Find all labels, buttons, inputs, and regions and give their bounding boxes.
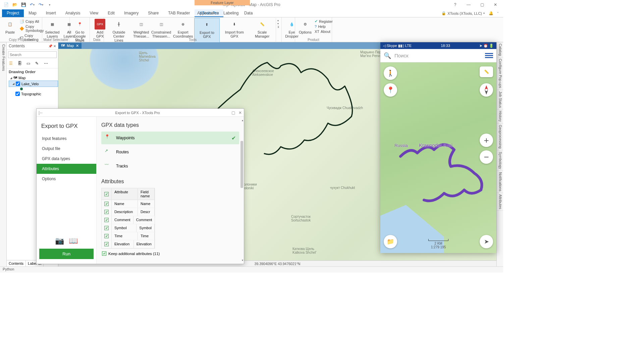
tab-project[interactable]: Project <box>2 9 24 17</box>
options-button[interactable]: ⚙Options <box>297 18 313 35</box>
vtab-attributes[interactable]: Attributes <box>497 193 503 211</box>
phone-search-input[interactable]: Поиск <box>394 53 482 58</box>
walk-mode-button[interactable]: 🚶 <box>384 66 397 80</box>
select-all-checkbox[interactable]: ✔ <box>104 192 109 196</box>
locate-button[interactable]: ➤ <box>480 235 493 248</box>
qat-customize-icon[interactable]: ▾ <box>46 1 53 8</box>
dialog-main: ▴ ▾ GPX data types 📍 Waypoints ✔ ↗ Route… <box>96 117 244 264</box>
step-attributes[interactable]: Attributes <box>37 164 96 174</box>
phone-map[interactable]: 🚶 📍 📏 + − 📁 ➤ Russia Krasnodar Krai 2 KM… <box>380 62 496 253</box>
tab-share[interactable]: Share <box>143 9 163 17</box>
help-button[interactable]: ?Help <box>314 24 333 29</box>
pin-icon[interactable]: 📌 <box>48 44 52 48</box>
maximize-icon[interactable]: ▢ <box>478 2 486 7</box>
close-icon[interactable]: ✕ <box>491 2 500 7</box>
tab-tabreader[interactable]: TAB Reader <box>163 9 195 17</box>
zoom-in-button[interactable]: + <box>480 134 493 147</box>
tab-view[interactable]: View <box>85 9 103 17</box>
close-pane-icon[interactable]: ✕ <box>53 44 56 48</box>
row-checkbox[interactable]: ✔ <box>104 202 109 206</box>
add-poi-button[interactable]: 📍 <box>384 83 397 97</box>
tab-contents[interactable]: Contents <box>7 260 26 266</box>
layer-visibility-checkbox[interactable] <box>16 82 20 86</box>
dialog-close-icon[interactable]: ✕ <box>238 110 242 115</box>
row-checkbox[interactable]: ✔ <box>104 242 109 246</box>
vtab-catalog[interactable]: Catalog <box>497 42 503 57</box>
layer-visibility-checkbox[interactable] <box>15 92 20 96</box>
ribbon-tab-strip: Project Map Insert Analysis View Edit Im… <box>0 9 503 17</box>
row-checkbox[interactable]: ✔ <box>104 210 109 214</box>
new-project-icon[interactable]: 📄 <box>3 1 9 8</box>
back-icon[interactable]: |← <box>39 110 44 115</box>
run-button[interactable]: Run <box>39 249 94 259</box>
step-input-features[interactable]: Input features <box>37 134 96 144</box>
help-doc-icon[interactable]: 📖 <box>69 237 78 245</box>
scrollbar-thumb[interactable] <box>240 141 243 188</box>
phone-search-bar[interactable]: 🔍 Поиск <box>380 49 496 62</box>
step-output-file[interactable]: Output file <box>37 144 96 154</box>
tab-insert[interactable]: Insert <box>41 9 61 17</box>
row-checkbox[interactable]: ✔ <box>104 226 109 230</box>
search-input[interactable] <box>8 51 57 58</box>
minimize-icon[interactable]: — <box>464 2 473 7</box>
keep-attributes-checkbox[interactable]: ✔ <box>102 251 106 256</box>
list-source-icon[interactable]: 🗄 <box>17 61 23 67</box>
ribbon-collapse-icon[interactable]: ⌃ <box>497 12 499 15</box>
register-icon: ✔ <box>315 19 318 23</box>
toc-map-node[interactable]: ◢🗺Map <box>7 75 58 81</box>
vtab-history[interactable]: History <box>497 109 503 123</box>
close-map-icon[interactable]: ✕ <box>76 44 79 48</box>
tab-map[interactable]: Map <box>24 9 41 17</box>
gallery-more-icon[interactable]: ⊻ <box>277 26 279 29</box>
selected-layers-button[interactable]: ▦Selected Layers <box>44 18 60 39</box>
vtab-geoprocessing[interactable]: Geoprocessing <box>497 123 503 150</box>
section-attributes: Attributes <box>101 179 239 185</box>
row-checkbox[interactable]: ✔ <box>104 234 109 238</box>
copy-all-button[interactable]: 📑Copy All <box>19 19 44 24</box>
open-project-icon[interactable]: 📂 <box>11 1 18 8</box>
toc-layer-lakevelo[interactable]: ◢Lake_Velo <box>9 81 58 87</box>
save-icon[interactable]: 💾 <box>20 1 27 8</box>
notification-bell-icon[interactable]: 🔔 <box>489 11 493 15</box>
gallery-up-icon[interactable]: ▴ <box>277 19 279 22</box>
vtab-configure-popups[interactable]: Configure Pop-ups <box>497 57 503 90</box>
dialog-max-icon[interactable]: ▢ <box>231 110 235 115</box>
zoom-out-button[interactable]: − <box>480 150 493 164</box>
list-selection-icon[interactable]: ▭ <box>26 61 32 67</box>
redo-icon[interactable]: ↷▾ <box>38 1 44 8</box>
keep-attributes-checkbox-row[interactable]: ✔ Keep additional attributes (11) <box>101 249 239 258</box>
tab-edit[interactable]: Edit <box>103 9 119 17</box>
signin-status[interactable]: 🔒 XTools (XTools, LLC) ▾ 🔔 ⌃ <box>437 9 503 17</box>
compass-button[interactable] <box>480 83 493 97</box>
row-checkbox[interactable]: ✔ <box>104 218 109 222</box>
step-options[interactable]: Options <box>37 174 96 184</box>
screenshot-icon[interactable]: 📷 <box>55 237 64 245</box>
scrollbar[interactable]: ▴ ▾ <box>240 121 243 260</box>
tab-data[interactable]: Data <box>239 9 257 17</box>
python-window-button[interactable]: Python <box>3 267 14 271</box>
copy-symbology-button[interactable]: 🔶Copy Symbology <box>19 24 44 33</box>
help-icon[interactable]: ? <box>451 2 460 7</box>
vtab-job-status[interactable]: Job Status <box>497 90 503 110</box>
create-features-tab[interactable]: Create Features <box>0 42 7 266</box>
more-icon[interactable]: ⋯ <box>44 61 50 67</box>
list-drawing-order-icon[interactable]: ☰ <box>9 61 15 67</box>
list-edit-icon[interactable]: ✎ <box>35 61 41 67</box>
about-button[interactable]: XTAbout <box>314 29 333 34</box>
gpx-type-waypoints[interactable]: 📍 Waypoints ✔ <box>101 132 239 144</box>
gallery-down-icon[interactable]: ▾ <box>277 22 279 25</box>
gpx-type-tracks[interactable]: 〰 Tracks <box>101 160 239 172</box>
ruler-button[interactable]: 📏 <box>480 66 493 77</box>
undo-icon[interactable]: ↶▾ <box>29 1 36 8</box>
hamburger-icon[interactable] <box>485 53 493 58</box>
tab-imagery[interactable]: Imagery <box>119 9 143 17</box>
gpx-type-routes[interactable]: ↗ Routes <box>101 146 239 158</box>
tab-analysis[interactable]: Analysis <box>61 9 85 17</box>
vtab-symbology[interactable]: Symbology <box>497 150 503 171</box>
vtab-notifications[interactable]: Notifications <box>497 171 503 193</box>
register-button[interactable]: ✔Register <box>314 19 333 24</box>
step-gpx-types[interactable]: GPX data types <box>37 154 96 164</box>
folder-button[interactable]: 📁 <box>384 235 397 248</box>
toc-layer-topographic[interactable]: Topographic <box>7 91 58 97</box>
map-document-tab[interactable]: 🗺Map✕ <box>58 43 82 49</box>
